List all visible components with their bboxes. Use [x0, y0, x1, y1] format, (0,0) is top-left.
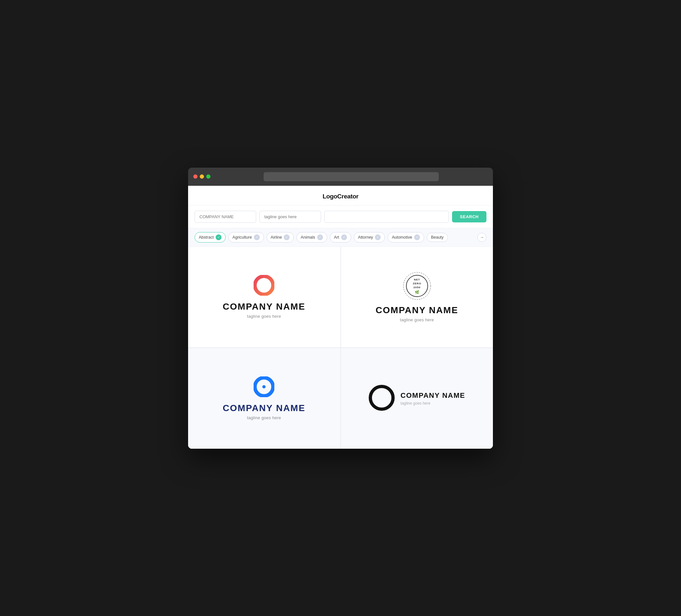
traffic-light-fullscreen[interactable]: [206, 174, 210, 179]
logo-card-4[interactable]: COMPANY NAME tagline goes here: [341, 348, 493, 449]
filter-label-airline: Airline: [271, 235, 282, 239]
filter-chip-art[interactable]: Art ✓: [330, 232, 351, 242]
traffic-light-close[interactable]: [193, 174, 198, 179]
svg-text:🌿: 🌿: [415, 290, 419, 294]
logo-2-company-name: COMPANY NAME: [376, 305, 458, 315]
filter-label-beauty: Beauty: [431, 235, 444, 239]
svg-text:ZERO: ZERO: [413, 282, 421, 285]
logo-icon-black-o: [369, 385, 395, 412]
filter-chip-abstract[interactable]: Abstract ✓: [195, 232, 226, 242]
filter-chip-automotive[interactable]: Automotive ✓: [387, 232, 424, 242]
filter-chip-attorney[interactable]: Attorney ✓: [354, 232, 385, 242]
filter-label-automotive: Automotive: [392, 235, 412, 239]
filter-label-art: Art: [334, 235, 339, 239]
filter-next-arrow[interactable]: →: [477, 233, 486, 242]
logo-card-3[interactable]: COMPANY NAME tagline goes here: [188, 348, 340, 449]
logo-2-tagline: tagline goes here: [400, 317, 434, 322]
filter-label-agriculture: Agriculture: [232, 235, 252, 239]
filter-check-attorney: ✓: [375, 234, 381, 240]
traffic-light-minimize[interactable]: [200, 174, 204, 179]
browser-window: LogoCreator SEARCH Abstract ✓ Agricultur…: [188, 168, 493, 449]
company-name-input[interactable]: [195, 211, 256, 223]
filter-check-animals: ✓: [317, 234, 323, 240]
logo-3-company-name: COMPANY NAME: [223, 403, 305, 413]
filter-check-automotive: ✓: [414, 234, 420, 240]
arrow-icon: →: [480, 235, 484, 239]
filter-label-abstract: Abstract: [199, 235, 214, 239]
svg-text:2050: 2050: [413, 286, 421, 289]
category-filters: Abstract ✓ Agriculture ✓ Airline ✓ Anima…: [188, 228, 493, 247]
logo-4-tagline: tagline goes here: [401, 401, 465, 406]
logo-3-tagline: tagline goes here: [247, 415, 281, 420]
search-bar: SEARCH: [188, 206, 493, 228]
browser-chrome: [188, 168, 493, 186]
logo-card-2[interactable]: NET ZERO 2050 🌿 COMPANY NAME tagline goe…: [341, 247, 493, 347]
traffic-lights: [193, 174, 210, 179]
extra-search-input[interactable]: [324, 211, 449, 223]
app-header: LogoCreator: [188, 186, 493, 206]
logo-4-text-block: COMPANY NAME tagline goes here: [401, 391, 465, 406]
filter-label-animals: Animals: [301, 235, 315, 239]
logo-4-company-name: COMPANY NAME: [401, 391, 465, 400]
search-button[interactable]: SEARCH: [452, 211, 486, 223]
logo-icon-red-o: [254, 275, 274, 297]
filter-check-agriculture: ✓: [254, 234, 260, 240]
filter-check-airline: ✓: [284, 234, 289, 240]
logo-icon-net-zero: NET ZERO 2050 🌿: [402, 272, 432, 301]
filter-check-abstract: ✓: [216, 234, 222, 240]
logo-icon-blue-o: [254, 377, 274, 399]
svg-point-9: [370, 386, 393, 409]
filter-check-art: ✓: [341, 234, 347, 240]
filter-label-attorney: Attorney: [358, 235, 373, 239]
app-title: LogoCreator: [323, 193, 359, 200]
svg-text:NET: NET: [414, 278, 420, 281]
logo-card-1[interactable]: COMPANY NAME tagline goes here: [188, 247, 340, 347]
logo-1-tagline: tagline goes here: [247, 314, 281, 319]
address-bar[interactable]: [263, 172, 439, 181]
filter-chip-agriculture[interactable]: Agriculture ✓: [228, 232, 264, 242]
browser-content: LogoCreator SEARCH Abstract ✓ Agricultur…: [188, 186, 493, 449]
filter-chip-animals[interactable]: Animals ✓: [296, 232, 327, 242]
logo-4-inner: COMPANY NAME tagline goes here: [369, 385, 465, 412]
tagline-input[interactable]: [259, 211, 321, 223]
filter-chip-beauty[interactable]: Beauty: [427, 233, 448, 242]
svg-point-0: [255, 276, 273, 294]
logo-1-company-name: COMPANY NAME: [223, 302, 305, 312]
logo-grid: COMPANY NAME tagline goes here NET ZERO: [188, 247, 493, 449]
filter-chip-airline[interactable]: Airline ✓: [267, 232, 294, 242]
svg-point-8: [262, 385, 266, 388]
